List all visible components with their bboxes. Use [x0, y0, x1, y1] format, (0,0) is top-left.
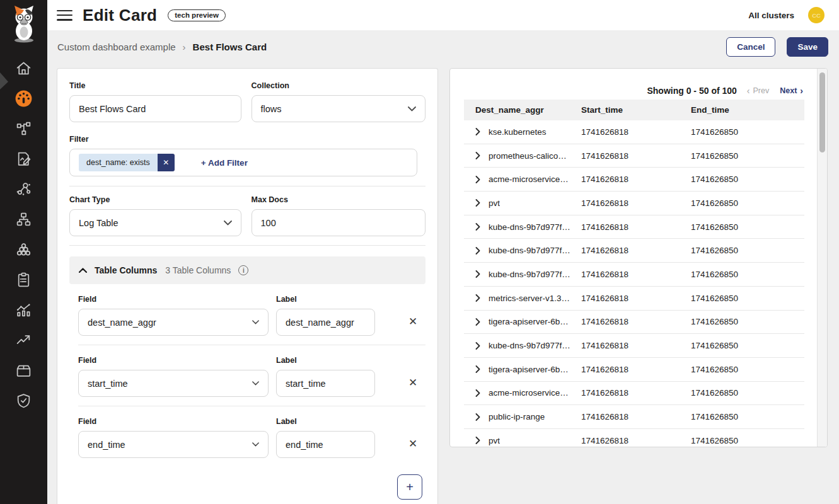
- expand-row-icon[interactable]: [475, 152, 480, 159]
- table-row[interactable]: kube-dns-9b7d977f…17416268181741626850: [464, 263, 804, 287]
- table-row[interactable]: kube-dns-9b7d977f…17416268181741626850: [464, 334, 804, 358]
- expand-row-icon[interactable]: [475, 389, 480, 397]
- title-input[interactable]: [69, 95, 241, 122]
- sidebar-item-trends[interactable]: [0, 325, 47, 355]
- column-header-dest-name-aggr: Dest_name_aggr: [475, 105, 581, 115]
- sidebar-item-network-flow[interactable]: [0, 113, 47, 144]
- pagination: Showing 0 - 50 of 100 ‹ Prev Next ›: [450, 81, 803, 100]
- cluster-selector[interactable]: All clusters: [748, 11, 794, 20]
- table-row[interactable]: kube-dns-9b7d977f…17416268181741626850: [464, 239, 804, 263]
- chevron-down-icon: [224, 220, 232, 226]
- filter-chip-remove-icon[interactable]: ✕: [158, 154, 175, 171]
- cell-dest-name: acme-microservice…: [475, 388, 581, 398]
- column-editor-row: Field end_time Label ✕: [69, 417, 425, 458]
- cell-start-time: 1741626818: [581, 127, 691, 137]
- cell-end-time: 1741626850: [691, 246, 804, 255]
- table-row[interactable]: prometheus-calico…17416268181741626850: [464, 144, 804, 168]
- expand-row-icon[interactable]: [475, 413, 480, 421]
- expand-row-icon[interactable]: [475, 128, 480, 135]
- sidebar-item-topology[interactable]: [0, 204, 47, 234]
- field-select[interactable]: end_time: [78, 431, 269, 458]
- cell-dest-name: public-ip-range: [475, 412, 581, 421]
- menu-icon[interactable]: [57, 10, 72, 21]
- label-label: Label: [276, 417, 375, 426]
- network-flow-icon: [15, 120, 32, 137]
- table-row[interactable]: metrics-server-v1.3…17416268181741626850: [464, 287, 804, 311]
- sidebar-item-workloads[interactable]: [0, 234, 47, 265]
- sidebar-item-service-graph[interactable]: [0, 174, 47, 204]
- table-columns-section-header[interactable]: Table Columns 3 Table Columns i: [69, 256, 425, 284]
- cancel-button[interactable]: Cancel: [726, 37, 775, 57]
- label-input[interactable]: [276, 431, 375, 458]
- expand-row-icon[interactable]: [475, 294, 480, 302]
- add-column-button[interactable]: +: [397, 474, 422, 500]
- sidebar-item-home[interactable]: [0, 53, 47, 83]
- expand-row-icon[interactable]: [475, 318, 480, 326]
- expand-row-icon[interactable]: [475, 199, 480, 207]
- table-row[interactable]: tigera-apiserver-6b…17416268181741626850: [464, 358, 804, 382]
- label-input[interactable]: [276, 370, 375, 397]
- expand-row-icon[interactable]: [475, 365, 480, 373]
- chart-type-select[interactable]: Log Table: [69, 209, 241, 236]
- chevron-down-icon: [408, 106, 416, 112]
- table-row[interactable]: pvt17416268181741626850: [464, 192, 804, 215]
- chevron-down-icon: [252, 381, 259, 386]
- table-row[interactable]: kube-dns-9b7d977f…17416268181741626850: [464, 215, 804, 239]
- field-select[interactable]: start_time: [78, 370, 269, 397]
- expand-row-icon[interactable]: [475, 342, 480, 350]
- scrollbar-thumb[interactable]: [819, 72, 825, 152]
- cell-end-time: 1741626850: [691, 388, 804, 398]
- sidebar-item-compliance[interactable]: [0, 265, 47, 295]
- next-page-button[interactable]: Next ›: [780, 86, 803, 96]
- sidebar-item-security[interactable]: [0, 386, 47, 416]
- sidebar-item-dashboards[interactable]: [0, 83, 47, 113]
- table-row[interactable]: kse.kubernetes17416268181741626850: [464, 120, 804, 144]
- info-icon[interactable]: i: [238, 265, 248, 275]
- expand-row-icon[interactable]: [475, 176, 480, 183]
- cell-start-time: 1741626818: [581, 222, 691, 232]
- chevron-down-icon: [252, 320, 259, 324]
- sidebar-item-reports[interactable]: [0, 144, 47, 174]
- cell-end-time: 1741626850: [691, 222, 804, 232]
- calico-cat-logo[interactable]: [8, 4, 40, 46]
- sidebar-item-packages[interactable]: [0, 355, 47, 386]
- field-select[interactable]: dest_name_aggr: [78, 309, 269, 336]
- calico-cat-logo-image: [8, 4, 40, 43]
- filter-input[interactable]: dest_name: exists ✕ + Add Filter: [69, 149, 417, 176]
- expand-row-icon[interactable]: [475, 247, 480, 255]
- sidebar-item-metrics[interactable]: [0, 295, 47, 325]
- table-columns-rows: Field dest_name_aggr Label ✕ Field start…: [69, 295, 425, 458]
- cell-start-time: 1741626818: [581, 317, 691, 326]
- service-graph-icon: [15, 181, 32, 198]
- remove-column-button[interactable]: ✕: [405, 314, 420, 329]
- cell-dest-name: metrics-server-v1.3…: [475, 294, 581, 303]
- save-button[interactable]: Save: [787, 37, 828, 57]
- max-docs-input[interactable]: [252, 209, 425, 236]
- trends-icon: [15, 332, 32, 349]
- filter-chip-text: dest_name: exists: [79, 154, 158, 171]
- collection-select[interactable]: flows: [252, 95, 425, 122]
- expand-row-icon[interactable]: [475, 270, 480, 278]
- cell-end-time: 1741626850: [691, 436, 804, 445]
- topology-icon: [15, 211, 32, 228]
- table-row[interactable]: acme-microservice…17416268181741626850: [464, 168, 804, 192]
- remove-column-button[interactable]: ✕: [405, 375, 420, 390]
- cell-start-time: 1741626818: [581, 436, 691, 445]
- table-row[interactable]: public-ip-range17416268181741626850: [464, 405, 804, 429]
- scrollbar-track[interactable]: [817, 69, 827, 447]
- expand-row-icon[interactable]: [475, 223, 480, 231]
- prev-page-button[interactable]: ‹ Prev: [747, 86, 769, 96]
- packages-icon: [15, 362, 32, 379]
- table-row[interactable]: pvt17416268181741626850: [464, 429, 804, 447]
- table-row[interactable]: acme-microservice…17416268181741626850: [464, 382, 804, 406]
- cell-dest-name: prometheus-calico…: [475, 151, 581, 161]
- label-input[interactable]: [276, 309, 375, 336]
- cell-end-time: 1741626850: [691, 151, 804, 161]
- expand-row-icon[interactable]: [475, 437, 480, 444]
- table-row[interactable]: tigera-apiserver-6b…17416268181741626850: [464, 311, 804, 335]
- remove-column-button[interactable]: ✕: [405, 436, 420, 451]
- add-filter-button[interactable]: + Add Filter: [201, 158, 248, 168]
- cell-start-time: 1741626818: [581, 198, 691, 208]
- avatar[interactable]: CC: [808, 7, 825, 23]
- breadcrumb-parent[interactable]: Custom dashboard example: [57, 42, 176, 52]
